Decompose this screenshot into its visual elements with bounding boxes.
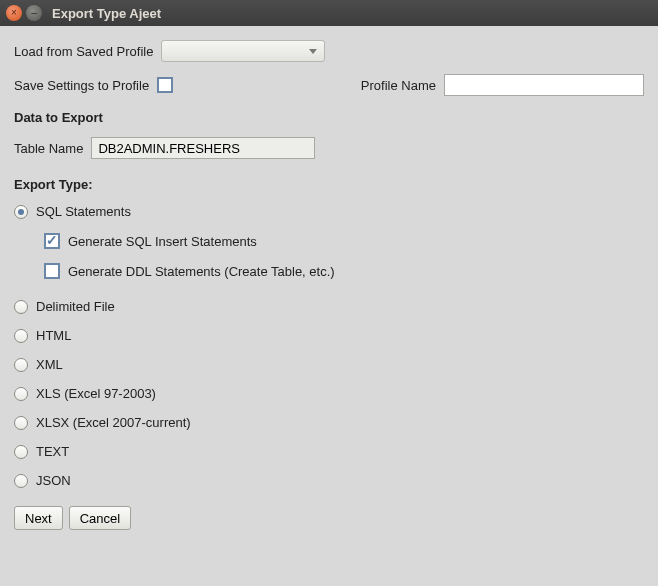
radio-html-label: HTML (36, 328, 71, 343)
window-titlebar: × – Export Type Ajeet (0, 0, 658, 26)
radio-sql[interactable] (14, 205, 28, 219)
profile-name-field[interactable] (444, 74, 644, 96)
profile-name-label: Profile Name (361, 78, 436, 93)
dialog-content: Load from Saved Profile Save Settings to… (0, 26, 658, 544)
radio-xlsx-label: XLSX (Excel 2007-current) (36, 415, 191, 430)
radio-json[interactable] (14, 474, 28, 488)
cancel-button[interactable]: Cancel (69, 506, 131, 530)
radio-xml[interactable] (14, 358, 28, 372)
checkbox-insert-label: Generate SQL Insert Statements (68, 234, 257, 249)
checkbox-ddl-label: Generate DDL Statements (Create Table, e… (68, 264, 335, 279)
next-button[interactable]: Next (14, 506, 63, 530)
radio-json-label: JSON (36, 473, 71, 488)
checkbox-ddl[interactable] (44, 263, 60, 279)
radio-text[interactable] (14, 445, 28, 459)
radio-xls-label: XLS (Excel 97-2003) (36, 386, 156, 401)
radio-text-label: TEXT (36, 444, 69, 459)
save-profile-checkbox[interactable] (157, 77, 173, 93)
save-profile-label: Save Settings to Profile (14, 78, 149, 93)
radio-xls[interactable] (14, 387, 28, 401)
load-profile-combo[interactable] (161, 40, 325, 62)
checkbox-insert[interactable] (44, 233, 60, 249)
radio-delimited-label: Delimited File (36, 299, 115, 314)
radio-xml-label: XML (36, 357, 63, 372)
close-icon[interactable]: × (6, 5, 22, 21)
table-name-field[interactable] (91, 137, 315, 159)
radio-xlsx[interactable] (14, 416, 28, 430)
radio-html[interactable] (14, 329, 28, 343)
export-type-heading: Export Type: (14, 177, 644, 192)
data-export-heading: Data to Export (14, 110, 644, 125)
radio-sql-label: SQL Statements (36, 204, 131, 219)
minimize-icon[interactable]: – (26, 5, 42, 21)
table-name-label: Table Name (14, 141, 83, 156)
radio-delimited[interactable] (14, 300, 28, 314)
window-title: Export Type Ajeet (52, 6, 161, 21)
load-profile-label: Load from Saved Profile (14, 44, 153, 59)
